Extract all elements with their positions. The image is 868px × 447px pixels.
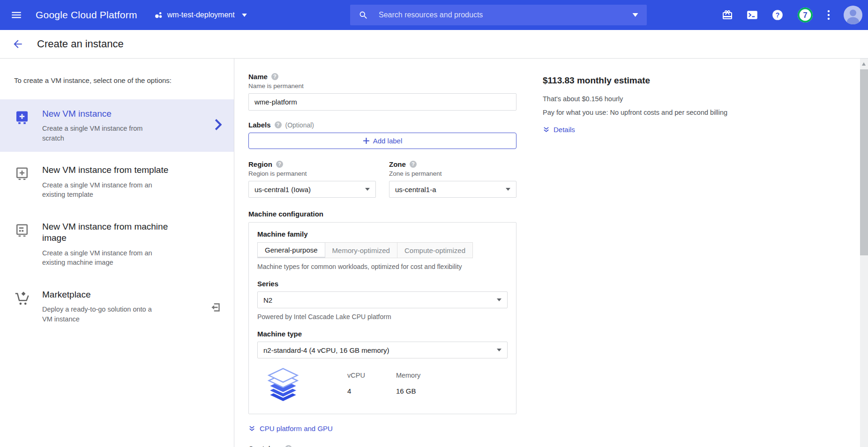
estimate-billing-note: Pay for what you use: No upfront costs a…: [543, 109, 786, 116]
region-zone-row: Region Region is permanent us-central1 (…: [248, 160, 516, 198]
cost-estimate-panel: $113.83 monthly estimate That's about $0…: [543, 75, 786, 134]
zone-note: Zone is permanent: [389, 170, 516, 177]
page-title-bar: Create an instance: [0, 30, 868, 59]
container-label: Container: [248, 445, 281, 447]
add-label-button[interactable]: Add label: [248, 133, 516, 149]
name-input[interactable]: [248, 93, 516, 111]
option-text: Marketplace Deploy a ready-to-go solutio…: [42, 289, 197, 324]
sidebar-item-new-vm-instance[interactable]: New VM instance Create a single VM insta…: [0, 99, 234, 152]
tab-general-purpose[interactable]: General-purpose: [257, 242, 325, 258]
region-note: Region is permanent: [248, 170, 376, 177]
search-placeholder: Search resources and products: [379, 11, 483, 19]
estimate-details-link[interactable]: Details: [543, 126, 786, 134]
help-icon[interactable]: ?: [771, 9, 784, 21]
memory-spec: Memory 16 GB: [396, 368, 420, 395]
option-text: New VM instance from machine image Creat…: [42, 221, 222, 268]
avatar[interactable]: [844, 6, 862, 24]
expand-double-chevron-icon: [248, 425, 255, 432]
scrollbar-thumb[interactable]: [860, 69, 868, 255]
container-field-group: Container Deploy a container image to th…: [248, 445, 516, 447]
expand-double-chevron-icon: [543, 126, 550, 134]
search-icon: [359, 10, 368, 20]
sidebar-item-new-vm-from-machine-image[interactable]: New VM instance from machine image Creat…: [0, 212, 234, 276]
estimate-hourly: That's about $0.156 hourly: [543, 95, 786, 103]
zone-select[interactable]: us-central1-a: [389, 181, 516, 198]
labels-label: Labels: [248, 121, 271, 129]
machine-image-icon: [14, 221, 30, 240]
sidebar-item-marketplace[interactable]: Marketplace Deploy a ready-to-go solutio…: [0, 280, 234, 333]
hamburger-menu-icon[interactable]: [10, 9, 22, 21]
page-title: Create an instance: [37, 38, 124, 50]
layers-icon: [264, 368, 302, 404]
machine-family-tabs: General-purpose Memory-optimized Compute…: [257, 242, 508, 258]
estimate-title: $113.83 monthly estimate: [543, 75, 786, 86]
region-label: Region: [248, 160, 272, 168]
cloud-shell-icon[interactable]: [746, 9, 758, 21]
machine-configuration-card: Machine family General-purpose Memory-op…: [248, 222, 516, 414]
project-selector[interactable]: wm-test-deployment: [154, 11, 247, 20]
option-title: New VM instance: [42, 108, 183, 119]
app-bar: Google Cloud Platform wm-test-deployment…: [0, 0, 868, 30]
zone-label: Zone: [389, 160, 406, 168]
chevron-right-icon: [215, 119, 222, 132]
cpu-platform-gpu-expander[interactable]: CPU platform and GPU: [248, 425, 516, 432]
option-description: Deploy a ready-to-go solution onto a VM …: [42, 305, 157, 324]
tab-compute-optimized[interactable]: Compute-optimized: [397, 242, 473, 258]
notifications-badge[interactable]: 7: [797, 7, 814, 23]
instance-form: Name Name is permanent Labels (Optional)…: [248, 73, 516, 447]
option-text: New VM instance Create a single VM insta…: [42, 108, 202, 143]
memory-value: 16 GB: [396, 387, 420, 395]
name-field-group: Name Name is permanent: [248, 73, 516, 111]
gift-icon[interactable]: [722, 9, 733, 21]
series-select[interactable]: N2: [257, 291, 508, 308]
kebab-menu-icon[interactable]: [827, 9, 831, 21]
tab-memory-optimized[interactable]: Memory-optimized: [325, 242, 397, 258]
machine-type-label: Machine type: [257, 330, 508, 338]
region-value: us-central1 (Iowa): [254, 186, 311, 194]
labels-help-icon[interactable]: [275, 121, 282, 128]
select-caret-icon: [365, 188, 370, 191]
region-select[interactable]: us-central1 (Iowa): [248, 181, 376, 198]
select-caret-icon: [497, 349, 501, 351]
region-help-icon[interactable]: [276, 161, 283, 168]
series-value: N2: [263, 296, 272, 304]
machine-type-select[interactable]: n2-standard-4 (4 vCPU, 16 GB memory): [257, 342, 508, 358]
scrollbar-up-arrow[interactable]: [862, 62, 866, 66]
series-label: Series: [257, 280, 508, 288]
container-help-icon[interactable]: [285, 445, 292, 447]
page-body: To create a VM instance, select one of t…: [0, 59, 868, 447]
vcpu-label: vCPU: [347, 372, 365, 379]
machine-configuration-label: Machine configuration: [248, 210, 516, 218]
project-cluster-icon: [154, 11, 163, 20]
series-note: Powered by Intel Cascade Lake CPU platfo…: [257, 313, 508, 320]
labels-field-group: Labels (Optional) Add label: [248, 121, 516, 149]
machine-type-value: n2-standard-4 (4 vCPU, 16 GB memory): [263, 346, 389, 354]
option-text: New VM instance from template Create a s…: [42, 164, 222, 199]
vertical-scrollbar[interactable]: [860, 59, 868, 447]
cpu-platform-gpu-label: CPU platform and GPU: [260, 425, 333, 432]
option-title: Marketplace: [42, 289, 183, 300]
name-note: Name is permanent: [248, 82, 516, 89]
sidebar-item-new-vm-from-template[interactable]: New VM instance from template Create a s…: [0, 156, 234, 208]
name-label: Name: [248, 73, 268, 81]
main-content: Name Name is permanent Labels (Optional)…: [234, 59, 868, 447]
zone-help-icon[interactable]: [410, 161, 417, 168]
create-options-sidebar: To create a VM instance, select one of t…: [0, 59, 234, 447]
vm-template-icon: [14, 164, 30, 184]
search-dropdown-caret-icon[interactable]: [632, 13, 638, 17]
notification-count: 7: [803, 11, 807, 19]
back-arrow-icon[interactable]: [12, 38, 24, 50]
sidebar-intro-text: To create a VM instance, select one of t…: [0, 76, 234, 84]
machine-family-note: Machine types for common workloads, opti…: [257, 263, 508, 270]
appbar-actions: ? 7: [722, 0, 862, 30]
vcpu-value: 4: [347, 387, 365, 395]
add-label-text: Add label: [373, 137, 403, 145]
details-label: Details: [554, 126, 575, 134]
memory-label: Memory: [396, 372, 420, 379]
search-input[interactable]: Search resources and products: [350, 5, 647, 25]
name-help-icon[interactable]: [271, 73, 278, 80]
option-title: New VM instance from template: [42, 164, 183, 176]
svg-text:?: ?: [776, 11, 780, 19]
select-caret-icon: [506, 188, 510, 191]
brand-title[interactable]: Google Cloud Platform: [36, 9, 137, 21]
